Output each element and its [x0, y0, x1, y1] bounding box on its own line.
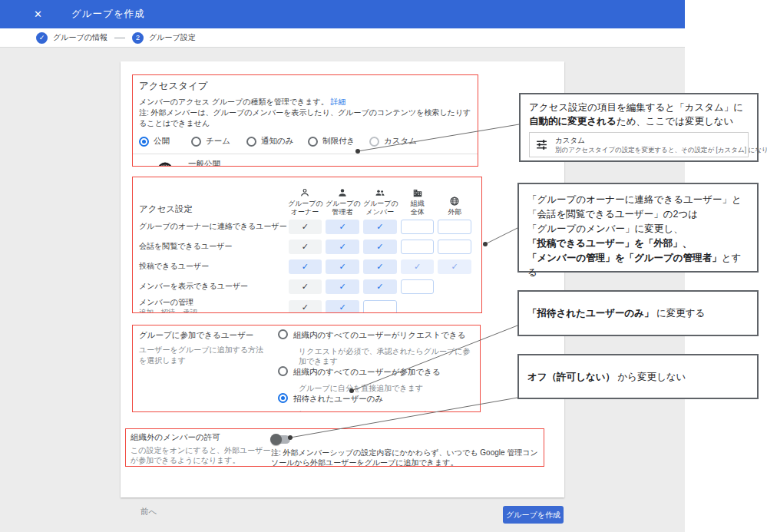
access-type-option-label: チーム: [206, 136, 230, 147]
access-cell-r3-c4[interactable]: [401, 259, 435, 274]
access-cell-r1-c4[interactable]: [401, 220, 435, 234]
access-cell-r4-c2[interactable]: [326, 279, 359, 294]
radio-selected-icon: [278, 393, 288, 403]
selected-access-info: 一般公開 組織内のユーザーであれば誰でもグループへの投稿や参加が可能です: [139, 159, 471, 167]
access-type-option-label: 公開: [154, 136, 170, 147]
access-cell-r4-c4[interactable]: [401, 279, 435, 294]
access-column-2: グループの管理者: [326, 187, 359, 216]
annotation-external-setting: オフ（許可しない） から変更しない: [517, 354, 759, 399]
join-settings-section: グループに参加できるユーザー ユーザーをグループに追加する方法を選択します 組織…: [132, 325, 481, 412]
access-settings-header: アクセス設定 グループのオーナーグループの管理者グループのメンバー組織全体外部: [139, 181, 475, 216]
access-row-label: グループのオーナーに連絡できるユーザー: [139, 222, 289, 231]
access-column-1: グループのオーナー: [288, 187, 322, 216]
create-group-button[interactable]: グループを作成: [503, 506, 564, 524]
close-icon[interactable]: ✕: [34, 9, 42, 19]
join-option-description: グループに自分を直接追加できます: [299, 383, 474, 393]
access-settings-section: アクセス設定 グループのオーナーグループの管理者グループのメンバー組織全体外部 …: [132, 177, 482, 313]
radio-icon: [278, 366, 288, 376]
external-members-title: 組織外のメンバーの許可: [131, 432, 539, 443]
access-type-options: 公開チーム通知のみ制限付きカスタム: [139, 136, 471, 147]
access-cell-r5-c3[interactable]: [363, 300, 397, 313]
access-type-option-1[interactable]: 公開: [139, 136, 191, 147]
join-option-label: 組織内のすべてのユーザーがリクエストできる: [293, 329, 465, 340]
radio-icon: [246, 137, 256, 147]
access-cell-r3-c1[interactable]: [289, 259, 322, 274]
section-divider: [133, 154, 478, 154]
tune-icon: [535, 138, 548, 151]
learn-more-link[interactable]: 詳細: [331, 97, 346, 106]
access-type-option-5[interactable]: カスタム: [369, 136, 417, 147]
access-cell-r3-c5[interactable]: [438, 259, 471, 274]
annotation-access-settings: 「グループのオーナーに連絡できるユーザー」と「会話を閲覧できるユーザー」の2つは…: [517, 183, 759, 273]
access-cell-r2-c3[interactable]: [363, 240, 397, 254]
access-type-note: 注: 外部メンバーは、グループのメンバーを表示したり、グループのコンテンツを検索…: [139, 107, 471, 129]
custom-option-card: カスタム 別のアクセスタイプの設定を変更すると、その設定が [カスタム] になり…: [529, 132, 749, 157]
stepper: グループの情報 2 グループ設定: [0, 28, 685, 48]
access-row-label: メンバーの管理追加、招待、承認: [139, 298, 289, 313]
step2-label[interactable]: グループ設定: [149, 32, 196, 43]
globe-icon: [449, 196, 460, 207]
access-type-description: メンバーのアクセス グループの種類を管理できます。 詳細: [139, 97, 471, 107]
join-option-2[interactable]: 組織内のすべてのユーザーが参加できるグループに自分を直接追加できます: [278, 366, 474, 393]
external-members-description: この設定をオンにすると、外部ユーザーが参加できるようになります。: [131, 445, 275, 465]
custom-card-description: 別のアクセスタイプの設定を変更すると、その設定が [カスタム] になります: [555, 145, 767, 154]
join-option-description: リクエストが必須で、承認されたらグループに参加できます: [299, 346, 474, 366]
access-cell-r4-c1[interactable]: [289, 279, 322, 294]
access-type-option-3[interactable]: 通知のみ: [246, 136, 308, 147]
access-cell-r2-c2[interactable]: [326, 240, 359, 254]
access-settings-row: 投稿できるユーザー: [139, 256, 475, 276]
selected-access-title: 一般公開: [188, 159, 441, 167]
access-cell-r1-c5[interactable]: [438, 220, 471, 234]
external-members-note: 注: 外部メンバーシップの設定内容にかかわらず、いつでも Google 管理コン…: [271, 448, 541, 467]
back-button[interactable]: 前へ: [141, 507, 157, 517]
join-option-label: 招待されたユーザーのみ: [293, 393, 383, 404]
access-column-4: 組織全体: [401, 187, 435, 216]
radio-icon: [191, 137, 201, 147]
public-search-icon: [156, 160, 177, 167]
access-cell-r5-c1[interactable]: [289, 300, 322, 313]
people-icon: [375, 187, 385, 198]
access-cell-r3-c3[interactable]: [363, 259, 397, 274]
step1-label[interactable]: グループの情報: [53, 32, 107, 43]
dialog-title: グループを作成: [71, 8, 145, 21]
radio-icon: [369, 137, 379, 147]
access-settings-row: グループのオーナーに連絡できるユーザー: [139, 216, 475, 236]
access-settings-row: 会話を閲覧できるユーザー: [139, 236, 475, 256]
access-cell-r1-c1[interactable]: [289, 220, 322, 234]
building-icon: [412, 187, 423, 198]
access-type-option-2[interactable]: チーム: [191, 136, 246, 147]
external-members-toggle[interactable]: [271, 435, 290, 444]
step1-check-icon: [36, 32, 48, 44]
dialog-header: ✕ グループを作成: [0, 0, 685, 28]
radio-selected-icon: [139, 137, 149, 147]
access-type-description-text: メンバーのアクセス グループの種類を管理できます。: [139, 97, 329, 106]
access-cell-r1-c2[interactable]: [326, 220, 359, 234]
access-type-option-4[interactable]: 制限付き: [308, 136, 369, 147]
access-cell-r1-c3[interactable]: [363, 220, 397, 234]
access-cell-r2-c1[interactable]: [289, 240, 322, 254]
access-cell-r4-c3[interactable]: [363, 279, 397, 294]
annotation-join-setting: 「招待されたユーザーのみ」 に変更する: [517, 290, 759, 336]
radio-icon: [308, 137, 318, 147]
join-settings-subtitle: ユーザーをグループに追加する方法を選択します: [139, 345, 271, 366]
access-type-option-label: 通知のみ: [261, 136, 294, 147]
access-type-section: アクセスタイプ メンバーのアクセス グループの種類を管理できます。 詳細 注: …: [132, 74, 478, 167]
access-column-3: グループのメンバー: [363, 187, 397, 216]
access-cell-r2-c5[interactable]: [438, 240, 471, 254]
person-filled-icon: [337, 187, 348, 198]
access-cell-r2-c4[interactable]: [401, 240, 435, 254]
access-cell-r5-c2[interactable]: [326, 300, 359, 313]
join-option-1[interactable]: 組織内のすべてのユーザーがリクエストできるリクエストが必須で、承認されたらグルー…: [278, 329, 474, 366]
join-option-description: 招待された場合にのみグループに参加できます: [299, 410, 474, 412]
access-settings-row: メンバーを表示できるユーザー: [139, 276, 475, 296]
person-outline-icon: [299, 187, 310, 198]
access-row-label: 投稿できるユーザー: [139, 262, 289, 271]
external-members-section: 組織外のメンバーの許可 この設定をオンにすると、外部ユーザーが参加できるようにな…: [125, 428, 544, 467]
create-group-card: アクセスタイプ メンバーのアクセス グループの種類を管理できます。 詳細 注: …: [121, 61, 564, 497]
join-options: 組織内のすべてのユーザーがリクエストできるリクエストが必須で、承認されたらグルー…: [278, 329, 474, 408]
join-option-3[interactable]: 招待されたユーザーのみ招待された場合にのみグループに参加できます: [278, 393, 474, 412]
access-cell-r3-c2[interactable]: [326, 259, 359, 274]
step-separator: [114, 38, 125, 38]
radio-icon: [278, 329, 288, 339]
access-settings-rows: グループのオーナーに連絡できるユーザー会話を閲覧できるユーザー投稿できるユーザー…: [139, 216, 475, 313]
